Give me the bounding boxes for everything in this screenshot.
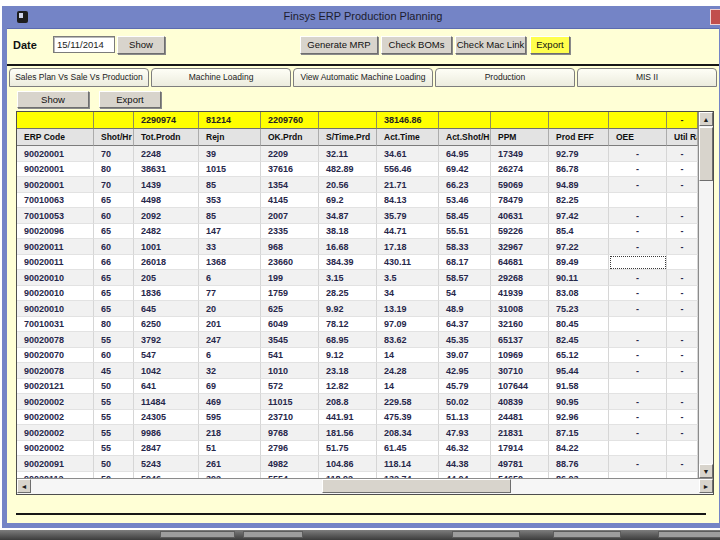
cell[interactable]: 92.96 — [549, 410, 609, 426]
cell[interactable]: 84.13 — [377, 193, 439, 209]
cell[interactable]: 85 — [199, 208, 261, 224]
cell[interactable]: 469 — [199, 394, 261, 410]
cell[interactable]: 1759 — [261, 286, 319, 302]
cell[interactable]: 90020001 — [17, 162, 94, 178]
cell[interactable]: 199 — [261, 270, 319, 286]
cell[interactable] — [609, 317, 667, 333]
cell[interactable]: 3545 — [261, 332, 319, 348]
cell[interactable]: 85 — [199, 177, 261, 193]
cell[interactable]: 21831 — [491, 425, 549, 441]
cell[interactable]: 65 — [94, 224, 134, 240]
cell[interactable]: 2335 — [261, 224, 319, 240]
cell[interactable]: 208.34 — [377, 425, 439, 441]
cell[interactable]: - — [609, 146, 667, 162]
cell[interactable]: 17.18 — [377, 239, 439, 255]
cell[interactable] — [667, 193, 698, 209]
scroll-right-button[interactable]: ► — [699, 479, 713, 493]
cell[interactable]: 80 — [94, 162, 134, 178]
cell[interactable]: 64.95 — [439, 146, 491, 162]
cell[interactable]: 87.15 — [549, 425, 609, 441]
cell[interactable]: 34.87 — [319, 208, 377, 224]
check-mac-link-button[interactable]: Check Mac Link — [455, 36, 526, 54]
cell[interactable]: 218 — [199, 425, 261, 441]
cell[interactable]: 65.12 — [549, 348, 609, 364]
cell[interactable]: 28.25 — [319, 286, 377, 302]
cell[interactable]: 97.42 — [549, 208, 609, 224]
cell[interactable]: 118.14 — [377, 456, 439, 472]
cell[interactable]: 41939 — [491, 286, 549, 302]
cell[interactable]: 2796 — [261, 441, 319, 457]
cell[interactable] — [609, 255, 667, 271]
cell[interactable]: 9.92 — [319, 301, 377, 317]
cell[interactable]: 59226 — [491, 224, 549, 240]
scroll-up-button[interactable]: ▲ — [699, 112, 713, 126]
cell[interactable]: 90020078 — [17, 332, 94, 348]
export-button[interactable]: Export — [530, 36, 570, 54]
cell[interactable]: 430.11 — [377, 255, 439, 271]
cell[interactable]: 968 — [261, 239, 319, 255]
cell[interactable]: 53.46 — [439, 193, 491, 209]
cell[interactable]: 641 — [134, 379, 199, 395]
scroll-down-button[interactable]: ▼ — [699, 464, 713, 478]
cell[interactable]: 39.07 — [439, 348, 491, 364]
cell[interactable]: 97.09 — [377, 317, 439, 333]
grid-show-button[interactable]: Show — [17, 91, 89, 108]
cell[interactable]: 34 — [377, 286, 439, 302]
taskbar-item[interactable] — [160, 531, 235, 538]
cell[interactable]: 10969 — [491, 348, 549, 364]
cell[interactable]: 60 — [94, 208, 134, 224]
cell[interactable]: 90020001 — [17, 146, 94, 162]
cell[interactable]: 55 — [94, 425, 134, 441]
date-input[interactable] — [53, 36, 115, 53]
cell[interactable]: 9768 — [261, 425, 319, 441]
cell[interactable]: 2092 — [134, 208, 199, 224]
cell[interactable]: 201 — [199, 317, 261, 333]
cell[interactable]: 70 — [94, 146, 134, 162]
cell[interactable]: 77 — [199, 286, 261, 302]
cell[interactable]: 91.58 — [549, 379, 609, 395]
cell[interactable]: 13.19 — [377, 301, 439, 317]
cell[interactable]: - — [667, 239, 698, 255]
cell[interactable]: 23.18 — [319, 363, 377, 379]
cell[interactable]: - — [667, 301, 698, 317]
cell[interactable]: - — [609, 456, 667, 472]
cell[interactable]: 90020078 — [17, 363, 94, 379]
cell[interactable]: 572 — [261, 379, 319, 395]
cell[interactable]: 70 — [94, 177, 134, 193]
cell[interactable]: 261 — [199, 456, 261, 472]
cell[interactable]: 17914 — [491, 441, 549, 457]
cell[interactable]: 58.57 — [439, 270, 491, 286]
cell[interactable]: 65 — [94, 193, 134, 209]
cell[interactable]: 90020096 — [17, 224, 94, 240]
cell[interactable]: 384.39 — [319, 255, 377, 271]
cell[interactable]: 4498 — [134, 193, 199, 209]
cell[interactable]: - — [609, 332, 667, 348]
cell[interactable]: 90.11 — [549, 270, 609, 286]
cell[interactable]: 80 — [94, 317, 134, 333]
cell[interactable]: 50 — [94, 379, 134, 395]
taskbar-item[interactable] — [243, 531, 303, 538]
cell[interactable]: 37616 — [261, 162, 319, 178]
cell[interactable]: 66 — [94, 255, 134, 271]
cell[interactable]: 55 — [94, 410, 134, 426]
cell[interactable]: 55 — [94, 441, 134, 457]
cell[interactable]: 6 — [199, 270, 261, 286]
cell[interactable]: 4145 — [261, 193, 319, 209]
cell[interactable]: 90020002 — [17, 441, 94, 457]
cell[interactable]: 29268 — [491, 270, 549, 286]
cell[interactable]: 90020002 — [17, 425, 94, 441]
tab-sales-plan-vs-sale-vs-production[interactable]: Sales Plan Vs Sale Vs Production — [9, 68, 149, 87]
cell[interactable]: 1015 — [199, 162, 261, 178]
cell[interactable]: - — [667, 270, 698, 286]
cell[interactable]: 50 — [94, 456, 134, 472]
cell[interactable]: 3792 — [134, 332, 199, 348]
cell[interactable]: 24.28 — [377, 363, 439, 379]
cell[interactable]: - — [667, 177, 698, 193]
cell[interactable]: 208.8 — [319, 394, 377, 410]
cell[interactable]: 60 — [94, 239, 134, 255]
cell[interactable] — [609, 441, 667, 457]
cell[interactable]: 2482 — [134, 224, 199, 240]
cell[interactable]: 104.86 — [319, 456, 377, 472]
cell[interactable]: 20.56 — [319, 177, 377, 193]
cell[interactable]: 2209 — [261, 146, 319, 162]
